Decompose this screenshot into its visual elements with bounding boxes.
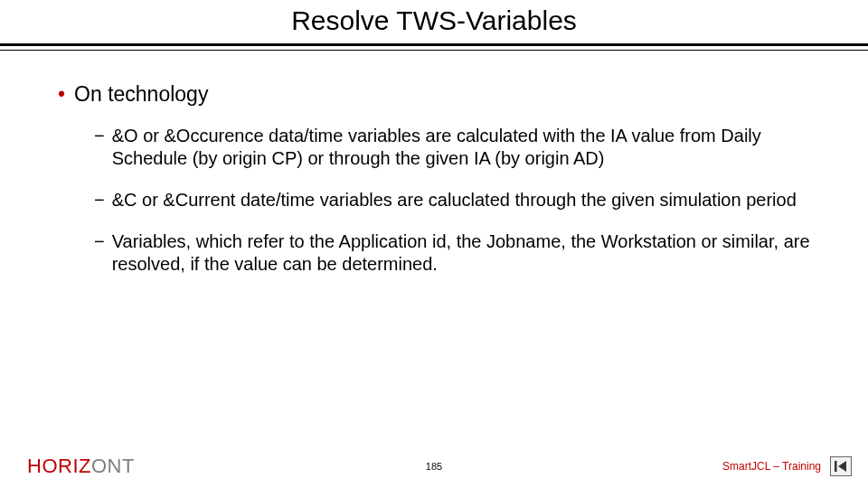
sub-bullet-text: &O or &Occurence data/time variables are… xyxy=(112,125,810,171)
slide-title: Resolve TWS-Variables xyxy=(0,5,868,36)
dash-icon: − xyxy=(94,189,105,212)
sub-bullet-text: &C or &Current date/time variables are c… xyxy=(112,189,810,212)
footer: HORIZONT 185 SmartJCL – Training xyxy=(0,454,868,479)
skip-previous-icon xyxy=(835,461,847,472)
content-area: • On technology − &O or &Occurence data/… xyxy=(0,51,868,277)
bullet-heading: On technology xyxy=(74,81,208,108)
bullet-level2: − &O or &Occurence data/time variables a… xyxy=(94,125,810,171)
brand-part-gray: ONT xyxy=(91,455,135,477)
slide: Resolve TWS-Variables • On technology − … xyxy=(0,0,868,488)
bullet-level1: • On technology xyxy=(58,81,810,108)
nav-first-button[interactable] xyxy=(830,456,852,476)
bullet-level2: − &C or &Current date/time variables are… xyxy=(94,189,810,212)
footer-right: SmartJCL – Training xyxy=(722,456,852,476)
brand-logo: HORIZONT xyxy=(27,455,135,478)
title-underline xyxy=(0,43,868,51)
svg-marker-1 xyxy=(838,461,846,472)
bullet-level2: − Variables, which refer to the Applicat… xyxy=(94,230,810,277)
title-area: Resolve TWS-Variables xyxy=(0,0,868,51)
svg-rect-0 xyxy=(835,461,837,472)
sub-bullet-text: Variables, which refer to the Applicatio… xyxy=(112,230,810,277)
brand-part-red: HORIZ xyxy=(27,455,91,477)
course-label: SmartJCL – Training xyxy=(722,460,821,473)
sub-bullets: − &O or &Occurence data/time variables a… xyxy=(94,125,810,277)
bullet-dot-icon: • xyxy=(58,81,65,108)
page-number: 185 xyxy=(426,461,442,472)
dash-icon: − xyxy=(94,125,105,171)
dash-icon: − xyxy=(94,230,105,277)
